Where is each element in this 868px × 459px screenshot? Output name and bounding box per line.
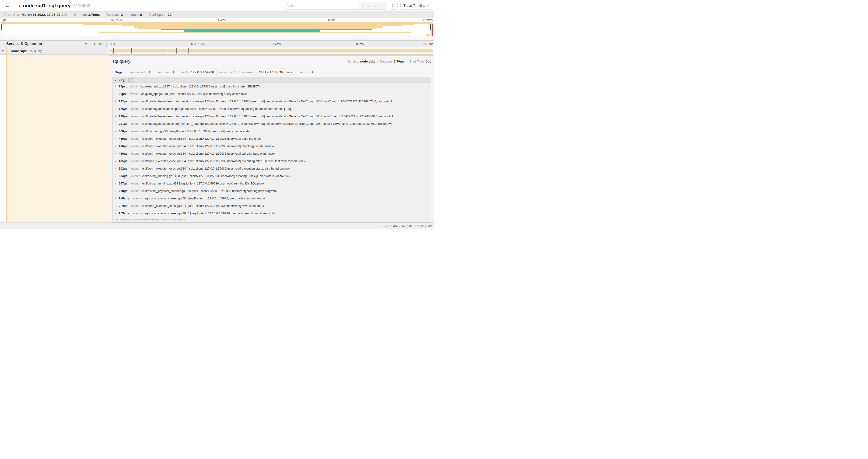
log-marker-tick — [163, 48, 163, 54]
logs-list: ›34μs:event=‹sql/exec_util.go:2297 [nsql… — [113, 83, 431, 217]
tag-value: 1 — [149, 70, 151, 74]
log-marker-tick — [188, 48, 189, 54]
ruler-tick-label: 2.79ms — [423, 42, 434, 46]
log-entry-row[interactable]: ›502μs:event=‹sql/conn_executor_exec.go:… — [113, 165, 431, 172]
log-entry-row[interactable]: ›574μs:event=‹sql/distsql_running.go:142… — [113, 172, 431, 179]
log-timestamp: 189μs: — [119, 114, 128, 118]
trace-id: 7418682 — [72, 3, 90, 8]
span-row[interactable]: ∨ node sql1 sql query — [0, 47, 434, 55]
equals-sign: = — [140, 189, 141, 192]
equals-sign: = — [170, 71, 172, 74]
collapse-all-icon[interactable]: ≫ — [93, 42, 96, 45]
log-field-value: ‹sql/catalog/lease/descriptor_version_st… — [142, 114, 394, 118]
log-field-value: ‹sql/conn_executor_exec.go:684 [nsql1,cl… — [142, 144, 274, 148]
chevron-down-icon[interactable]: ∨ — [18, 3, 21, 8]
chevron-down-icon[interactable]: ∨ — [0, 49, 6, 53]
copy-link-button[interactable] — [428, 224, 432, 228]
log-timestamp: 80μs: — [119, 92, 127, 96]
summary-label: Services — [106, 13, 120, 17]
trace-view-select[interactable]: Trace Timeline ∨ — [400, 2, 432, 9]
log-entry-row[interactable]: ›176μs:event=‹sql/catalog/descs/descript… — [113, 105, 431, 112]
equals-sign: = — [140, 160, 141, 162]
log-entry-row[interactable]: ›459μs:event=‹sql/conn_executor_exec.go:… — [113, 135, 431, 142]
tags-label: Tags: — [116, 70, 124, 74]
chevron-right-icon: › — [115, 85, 119, 88]
log-marker-tick — [131, 48, 132, 54]
log-timestamp: 486μs: — [119, 152, 128, 155]
expand-all-icon[interactable]: ≫ — [99, 42, 102, 45]
minimap-left-scrubber[interactable] — [1, 22, 1, 36]
log-entry-row[interactable]: ›678μs:event=‹sql/distsql_physical_plann… — [113, 187, 431, 195]
log-marker-tick — [166, 48, 166, 54]
log-field-value: ‹sql/conn_executor_exec.go:684 [nsql1,cl… — [142, 152, 275, 155]
chevron-right-icon: › — [115, 189, 119, 193]
equals-sign: = — [140, 122, 141, 125]
service-operation-header: Service & Operation ∨ › ≫ ≫ — [0, 41, 109, 47]
locate-span-button[interactable] — [360, 3, 366, 9]
log-entry-row[interactable]: ›597μs:event=‹sql/distsql_running.go:498… — [113, 179, 431, 187]
find-next-button[interactable]: ∨ — [373, 3, 379, 9]
close-icon: × — [381, 4, 383, 7]
back-button[interactable]: ← — [0, 0, 15, 11]
tag-pair: statement=SELECT * FROM users — [239, 70, 295, 74]
summary-value: 2 — [121, 13, 123, 17]
log-timestamp: 502μs: — [119, 167, 128, 170]
log-entry-row[interactable]: ›189μs:event=‹sql/catalog/lease/descript… — [113, 112, 431, 120]
keyboard-shortcuts-button[interactable]: ⌘ — [390, 2, 398, 9]
log-entry-row[interactable]: ›2.79ms:event=‹sql/conn_executor_exec.go… — [113, 209, 431, 217]
chevron-down-icon: ∨ — [427, 4, 429, 7]
collapse-one-icon[interactable]: ∨ — [85, 42, 87, 45]
log-entry-row[interactable]: ›495μs:event=‹sql/conn_executor_exec.go:… — [113, 157, 431, 165]
log-entry-row[interactable]: ›142μs:event=‹sql/catalog/lease/descript… — [113, 97, 431, 105]
timeline-ruler: 0μs697.75μs1.4ms2.09ms2.79ms — [109, 41, 434, 47]
find-clear-button[interactable]: × — [379, 3, 385, 9]
meta-value: node sql1 — [360, 60, 375, 63]
log-field-value: ‹sql/catalog/lease/descriptor_version_st… — [142, 122, 394, 126]
log-field-key: event — [131, 100, 138, 103]
chevron-up-icon: ∧ — [368, 4, 370, 7]
log-field-value: ‹sql/conn_executor_exec.go:684 [nsql1,cl… — [142, 204, 264, 207]
ruler-tick-label: 697.75μs — [190, 42, 204, 46]
trace-summary-bar: Trace StartMarch 31 2022, 17:25:09.326Du… — [0, 11, 434, 18]
log-entry-row[interactable]: ›80μs:event=‹sql/plan_opt.go:358 [nsql1,… — [113, 90, 431, 97]
log-field-key: event — [131, 167, 138, 170]
log-timestamp: 597μs: — [119, 182, 128, 185]
ruler-tick-label: 1.4ms — [272, 42, 281, 46]
log-timestamp: 495μs: — [119, 159, 128, 163]
collapse-controls: ∨ › ≫ ≫ — [85, 42, 102, 45]
minimap-tick-label: 1.4ms — [217, 19, 226, 22]
tags-row[interactable]: › Tags: _unfinished=1_verbose=1client=12… — [113, 69, 431, 75]
equals-sign: = — [140, 137, 141, 140]
logs-header[interactable]: ∨ Logs (18) — [113, 77, 431, 83]
log-field-key: event — [131, 144, 138, 148]
top-bar: ← ∨ node sql1: sql query 7418682 ∧ ∨ × ⌘ — [0, 0, 434, 11]
log-marker-tick — [434, 48, 434, 54]
log-marker-tick — [133, 48, 133, 54]
log-entry-row[interactable]: ›201μs:event=‹sql/catalog/lease/descript… — [113, 120, 431, 127]
service-color-stripe — [6, 55, 7, 223]
log-entry-row[interactable]: ›366μs:event=‹sql/plan_opt.go:358 [nsql1… — [113, 127, 431, 135]
equals-sign: = — [140, 182, 141, 185]
chevron-right-icon: › — [115, 152, 119, 155]
find-buttons: ∧ ∨ × — [358, 2, 386, 9]
log-entry-row[interactable]: ›476μs:event=‹sql/conn_executor_exec.go:… — [113, 142, 431, 150]
find-group: ∧ ∨ × — [284, 2, 387, 9]
span-id-label: SpanID: — [380, 224, 392, 228]
equals-sign: = — [227, 71, 229, 74]
ruler-tick-label: 0μs — [109, 42, 115, 46]
column-resizer[interactable] — [106, 44, 107, 47]
minimap-canvas[interactable] — [1, 22, 433, 36]
equals-sign: = — [305, 71, 306, 74]
find-prev-button[interactable]: ∧ — [366, 3, 372, 9]
log-entry-row[interactable]: ›34μs:event=‹sql/exec_util.go:2297 [nsql… — [113, 83, 431, 90]
log-entry-row[interactable]: ›2.7ms:event=‹sql/conn_executor_exec.go:… — [113, 202, 431, 209]
log-field-value: ‹sql/conn_executor_exec.go:684 [nsql1,cl… — [144, 197, 265, 200]
log-field-value: ‹sql/distsql_physical_planner.go:828 [ns… — [142, 189, 277, 193]
tag-value: sql1 — [230, 70, 236, 74]
log-entry-row[interactable]: ›2.69ms:event=‹sql/conn_executor_exec.go… — [113, 195, 431, 202]
expand-one-icon[interactable]: › — [90, 42, 91, 45]
divider — [113, 67, 431, 67]
log-entry-row[interactable]: ›486μs:event=‹sql/conn_executor_exec.go:… — [113, 150, 431, 157]
find-input[interactable] — [284, 2, 358, 9]
meta-value: 2.79ms — [394, 60, 405, 63]
